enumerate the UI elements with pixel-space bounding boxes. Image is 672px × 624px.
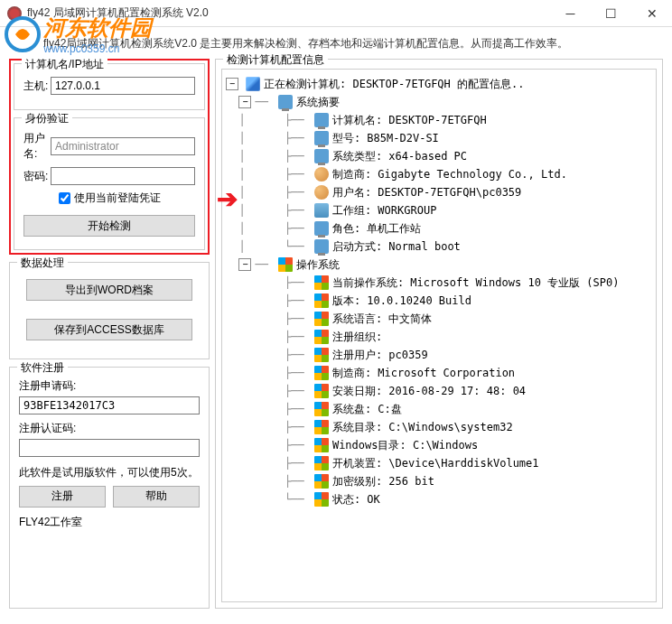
register-section: 软件注册 注册申请码: 注册认证码: 此软件是试用版软件，可以使用5次。 注册 … bbox=[9, 367, 210, 609]
tree-item[interactable]: ├── 注册用户: pc0359 bbox=[226, 346, 652, 364]
tree-item[interactable]: │ ├── 工作组: WORKGROUP bbox=[226, 201, 652, 219]
auth-code-label: 注册认证码: bbox=[19, 421, 200, 436]
tree-summary[interactable]: −── 系统摘要 bbox=[226, 93, 652, 111]
use-current-checkbox[interactable] bbox=[59, 192, 70, 204]
app-description: fly42局域网计算机检测系统V2.0 是主要用来解决检测、存档本地和远端计算机… bbox=[0, 27, 672, 59]
password-input[interactable] bbox=[51, 167, 195, 185]
item-text: 系统类型: x64-based PC bbox=[332, 149, 467, 164]
item-text: 系统盘: C:盘 bbox=[332, 402, 402, 417]
password-label: 密码: bbox=[23, 169, 51, 184]
windows-icon bbox=[314, 330, 329, 344]
tree-item[interactable]: │ ├── 计算机名: DESKTOP-7ETGFQH bbox=[226, 111, 652, 129]
minimize-button[interactable]: ─ bbox=[550, 0, 591, 27]
users-icon bbox=[314, 185, 329, 200]
trial-note: 此软件是试用版软件，可以使用5次。 bbox=[19, 465, 200, 480]
item-text: 制造商: Microsoft Corporation bbox=[332, 366, 515, 381]
tree-item[interactable]: ├── 开机装置: \Device\HarddiskVolume1 bbox=[226, 454, 652, 472]
tree-os[interactable]: −── 操作系统 bbox=[226, 256, 652, 274]
monitor-icon bbox=[314, 131, 329, 145]
tree-item[interactable]: ├── 版本: 10.0.10240 Build bbox=[226, 292, 652, 310]
collapse-icon[interactable]: − bbox=[238, 96, 251, 108]
tree-item[interactable]: ├── 系统目录: C:\Windows\system32 bbox=[226, 418, 652, 436]
computer-icon bbox=[246, 77, 260, 91]
data-section: 数据处理 导出到WORD档案 保存到ACCESS数据库 bbox=[9, 262, 210, 359]
item-text: 系统目录: C:\Windows\system32 bbox=[332, 420, 513, 435]
windows-icon bbox=[314, 366, 329, 380]
host-input[interactable] bbox=[51, 77, 195, 95]
windows-icon bbox=[314, 456, 329, 470]
tree-item[interactable]: ├── 系统盘: C:盘 bbox=[226, 400, 652, 418]
start-detect-button[interactable]: 开始检测 bbox=[23, 215, 195, 237]
tree-item[interactable]: ├── 系统语言: 中文简体 bbox=[226, 310, 652, 328]
tree-root-text: 正在检测计算机: DESKTOP-7ETGFQH 的配置信息.. bbox=[264, 77, 525, 92]
tree-item[interactable]: │ ├── 角色: 单机工作站 bbox=[226, 219, 652, 237]
group-icon bbox=[314, 203, 329, 218]
item-text: 计算机名: DESKTOP-7ETGFQH bbox=[332, 113, 487, 128]
collapse-icon[interactable]: − bbox=[238, 258, 251, 271]
item-text: 用户名: DESKTOP-7ETGFQH\pc0359 bbox=[332, 185, 521, 200]
save-access-button[interactable]: 保存到ACCESS数据库 bbox=[26, 319, 192, 340]
item-text: 角色: 单机工作站 bbox=[332, 221, 421, 237]
users-icon bbox=[314, 167, 329, 182]
close-button[interactable]: ✕ bbox=[631, 0, 672, 27]
export-word-button[interactable]: 导出到WORD档案 bbox=[26, 279, 192, 301]
tree-item[interactable]: ├── Windows目录: C:\Windows bbox=[226, 436, 652, 454]
summary-label: 系统摘要 bbox=[296, 95, 340, 110]
tree-item[interactable]: ├── 加密级别: 256 bit bbox=[226, 472, 652, 490]
tree-item[interactable]: └── 状态: OK bbox=[226, 490, 652, 508]
windows-icon bbox=[314, 438, 329, 452]
tree-item[interactable]: ├── 当前操作系统: Microsoft Windows 10 专业版 (SP… bbox=[226, 274, 652, 292]
auth-section-title: 身份验证 bbox=[22, 111, 72, 126]
tree-item[interactable]: │ ├── 制造商: Gigabyte Technology Co., Ltd. bbox=[226, 165, 652, 183]
maximize-button[interactable]: ☐ bbox=[591, 0, 631, 27]
monitor-icon bbox=[314, 239, 329, 254]
register-section-title: 软件注册 bbox=[17, 360, 68, 376]
monitor-icon bbox=[278, 95, 293, 109]
tree-item[interactable]: │ ├── 型号: B85M-D2V-SI bbox=[226, 129, 652, 147]
item-text: 版本: 10.0.10240 Build bbox=[332, 293, 471, 309]
titlebar: fly42 局域网计算机配置检测系统 V2.0 ─ ☐ ✕ bbox=[0, 0, 672, 27]
os-label: 操作系统 bbox=[296, 257, 340, 273]
item-text: 型号: B85M-D2V-SI bbox=[332, 131, 439, 146]
windows-icon bbox=[314, 402, 329, 416]
username-label: 用户名: bbox=[23, 131, 51, 162]
tree-item[interactable]: │ ├── 用户名: DESKTOP-7ETGFQH\pc0359 bbox=[226, 183, 652, 201]
tree-item[interactable]: │ ├── 系统类型: x64-based PC bbox=[226, 147, 652, 165]
help-button[interactable]: 帮助 bbox=[113, 486, 200, 508]
apply-code-input[interactable] bbox=[19, 396, 200, 414]
tree-item[interactable]: ├── 安装日期: 2016-08-29 17: 48: 04 bbox=[226, 382, 652, 400]
item-text: 安装日期: 2016-08-29 17: 48: 04 bbox=[332, 384, 526, 399]
monitor-icon bbox=[314, 149, 329, 163]
host-label: 主机: bbox=[23, 79, 51, 94]
register-button[interactable]: 注册 bbox=[19, 486, 106, 508]
username-input[interactable] bbox=[51, 137, 195, 155]
item-text: 制造商: Gigabyte Technology Co., Ltd. bbox=[332, 167, 567, 182]
data-section-title: 数据处理 bbox=[17, 256, 68, 271]
item-text: Windows目录: C:\Windows bbox=[332, 438, 478, 453]
results-tree[interactable]: −正在检测计算机: DESKTOP-7ETGFQH 的配置信息.. −── 系统… bbox=[221, 69, 657, 602]
tree-item[interactable]: │ └── 启动方式: Normal boot bbox=[226, 237, 652, 256]
tree-item[interactable]: ├── 注册组织: bbox=[226, 328, 652, 346]
windows-icon bbox=[314, 293, 329, 308]
use-current-label: 使用当前登陆凭证 bbox=[74, 191, 161, 206]
window-title: fly42 局域网计算机配置检测系统 V2.0 bbox=[27, 5, 550, 21]
windows-icon bbox=[278, 257, 293, 272]
item-text: 当前操作系统: Microsoft Windows 10 专业版 (SP0) bbox=[332, 275, 620, 291]
item-text: 系统语言: 中文简体 bbox=[332, 312, 432, 327]
computer-section: 计算机名/IP地址 主机: bbox=[14, 63, 205, 110]
tree-root[interactable]: −正在检测计算机: DESKTOP-7ETGFQH 的配置信息.. bbox=[226, 75, 652, 93]
windows-icon bbox=[314, 474, 329, 489]
item-text: 状态: OK bbox=[332, 492, 380, 508]
computer-section-title: 计算机名/IP地址 bbox=[22, 57, 107, 72]
windows-icon bbox=[314, 492, 329, 507]
tree-item[interactable]: ├── 制造商: Microsoft Corporation bbox=[226, 364, 652, 382]
footer-text: FLY42工作室 bbox=[19, 515, 200, 530]
collapse-icon[interactable]: − bbox=[226, 78, 238, 90]
auth-section: 身份验证 用户名: 密码: 使用当前登陆凭证 开始检测 bbox=[14, 117, 205, 250]
item-text: 加密级别: 256 bit bbox=[332, 474, 434, 489]
windows-icon bbox=[314, 312, 329, 326]
results-title: 检测计算机配置信息 bbox=[223, 52, 328, 68]
auth-code-input[interactable] bbox=[19, 439, 200, 457]
item-text: 开机装置: \Device\HarddiskVolume1 bbox=[332, 456, 539, 471]
windows-icon bbox=[314, 420, 329, 434]
